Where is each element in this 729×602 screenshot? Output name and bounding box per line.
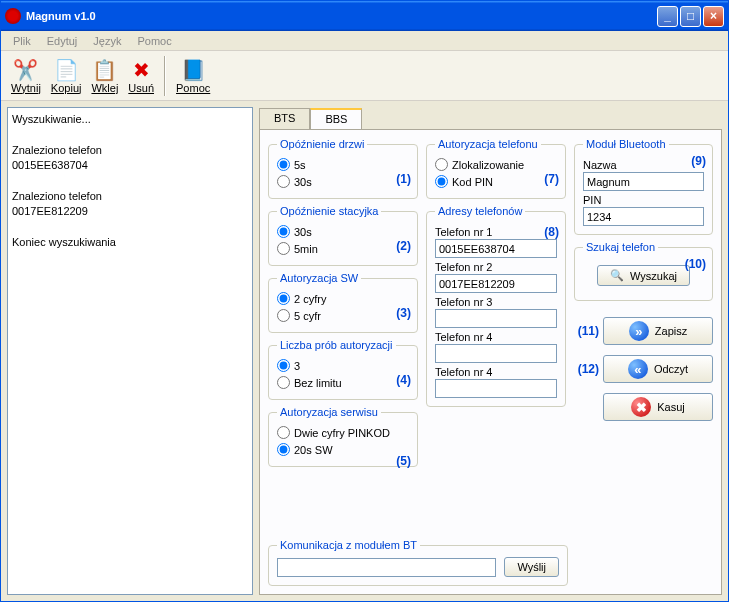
phone3-input[interactable]	[435, 309, 557, 328]
content-area: Wyszukiwanie... Znaleziono telefon 0015E…	[1, 101, 728, 601]
phone2-input[interactable]	[435, 274, 557, 293]
radio-door-30s[interactable]: 30s	[277, 173, 409, 190]
log-line: Wyszukiwanie...	[12, 112, 248, 127]
group-door-delay: Opóźnienie drzwi (1) 5s 30s	[268, 138, 418, 199]
log-line: Koniec wyszukiwania	[12, 235, 248, 250]
radio-service-pinkod[interactable]: Dwie cyfry PINKOD	[277, 424, 409, 441]
bt-pin-input[interactable]	[583, 207, 704, 226]
tab-strip: BTS BBS	[259, 107, 722, 129]
close-button[interactable]: ×	[703, 6, 724, 27]
bt-comm-input[interactable]	[277, 558, 496, 577]
phone4-input[interactable]	[435, 344, 557, 363]
radio-service-20s[interactable]: 20s SW	[277, 441, 409, 458]
bt-name-input[interactable]	[583, 172, 704, 191]
log-pane: Wyszukiwanie... Znaleziono telefon 0015E…	[7, 107, 253, 595]
menu-lang[interactable]: Język	[85, 33, 129, 49]
copy-icon: 📄	[54, 58, 79, 82]
window-title: Magnum v1.0	[26, 10, 657, 22]
group-auth-sw: Autoryzacja SW (3) 2 cyfry 5 cyfr	[268, 272, 418, 333]
radio-sw-2[interactable]: 2 cyfry	[277, 290, 409, 307]
action-buttons: (11) »Zapisz (12) «Odczyt ✖Kasuj	[574, 317, 713, 421]
paste-icon: 📋	[92, 58, 117, 82]
app-icon	[5, 8, 21, 24]
read-button[interactable]: «Odczyt	[603, 355, 713, 383]
radio-tries-3[interactable]: 3	[277, 357, 409, 374]
menubar: Plik Edytuj Język Pomoc	[1, 31, 728, 51]
erase-icon: ✖	[631, 397, 651, 417]
toolbar-separator	[164, 56, 166, 96]
group-bluetooth: Moduł Bluetooth (9) Nazwa PIN	[574, 138, 713, 235]
titlebar: Magnum v1.0 _ □ ×	[1, 1, 728, 31]
group-service-auth: Autoryzacja serwisu (5) Dwie cyfry PINKO…	[268, 406, 418, 467]
maximize-button[interactable]: □	[680, 6, 701, 27]
magnifier-icon: 🔍	[610, 269, 624, 282]
radio-tries-unlimited[interactable]: Bez limitu	[277, 374, 409, 391]
tab-body: Opóźnienie drzwi (1) 5s 30s Opóźnienie s…	[259, 129, 722, 595]
app-window: Magnum v1.0 _ □ × Plik Edytuj Język Pomo…	[0, 0, 729, 602]
menu-file[interactable]: Plik	[5, 33, 39, 49]
group-bt-comm: Komunikacja z modułem BT Wyślij	[268, 539, 568, 586]
send-button[interactable]: Wyślij	[504, 557, 559, 577]
help-button[interactable]: 📘Pomoc	[172, 56, 214, 96]
search-button[interactable]: 🔍Wyszukaj	[597, 265, 690, 286]
log-line: 0017EE812209	[12, 204, 248, 219]
log-line: Znaleziono telefon	[12, 143, 248, 158]
right-pane: BTS BBS Opóźnienie drzwi (1) 5s 30s Opóź…	[259, 107, 722, 595]
radio-ign-5min[interactable]: 5min	[277, 240, 409, 257]
group-tries: Liczba prób autoryzacji (4) 3 Bez limitu	[268, 339, 418, 400]
group-ignition-delay: Opóźnienie stacyjka (2) 30s 5min	[268, 205, 418, 266]
delete-icon: ✖	[133, 58, 150, 82]
log-line: Znaleziono telefon	[12, 189, 248, 204]
radio-phone-locate[interactable]: Zlokalizowanie	[435, 156, 557, 173]
read-icon: «	[628, 359, 648, 379]
save-button[interactable]: »Zapisz	[603, 317, 713, 345]
delete-button[interactable]: ✖Usuń	[124, 56, 158, 96]
group-addresses: Adresy telefonów (8) Telefon nr 1 Telefo…	[426, 205, 566, 407]
minimize-button[interactable]: _	[657, 6, 678, 27]
save-icon: »	[629, 321, 649, 341]
menu-edit[interactable]: Edytuj	[39, 33, 86, 49]
paste-button[interactable]: 📋Wklej	[87, 56, 122, 96]
phone5-input[interactable]	[435, 379, 557, 398]
toolbar: ✂️Wytnij 📄Kopiuj 📋Wklej ✖Usuń 📘Pomoc	[1, 51, 728, 101]
tab-bbs[interactable]: BBS	[310, 108, 362, 130]
help-icon: 📘	[181, 58, 206, 82]
cut-button[interactable]: ✂️Wytnij	[7, 56, 45, 96]
radio-sw-5[interactable]: 5 cyfr	[277, 307, 409, 324]
scissors-icon: ✂️	[13, 58, 38, 82]
group-search-phone: Szukaj telefon (10) 🔍Wyszukaj	[574, 241, 713, 301]
tab-bts[interactable]: BTS	[259, 108, 310, 130]
erase-button[interactable]: ✖Kasuj	[603, 393, 713, 421]
copy-button[interactable]: 📄Kopiuj	[47, 56, 86, 96]
radio-door-5s[interactable]: 5s	[277, 156, 409, 173]
log-line: 0015EE638704	[12, 158, 248, 173]
phone1-input[interactable]	[435, 239, 557, 258]
radio-phone-pin[interactable]: Kod PIN	[435, 173, 557, 190]
group-phone-auth: Autoryzacja telefonu (7) Zlokalizowanie …	[426, 138, 566, 199]
radio-ign-30s[interactable]: 30s	[277, 223, 409, 240]
menu-help[interactable]: Pomoc	[129, 33, 179, 49]
